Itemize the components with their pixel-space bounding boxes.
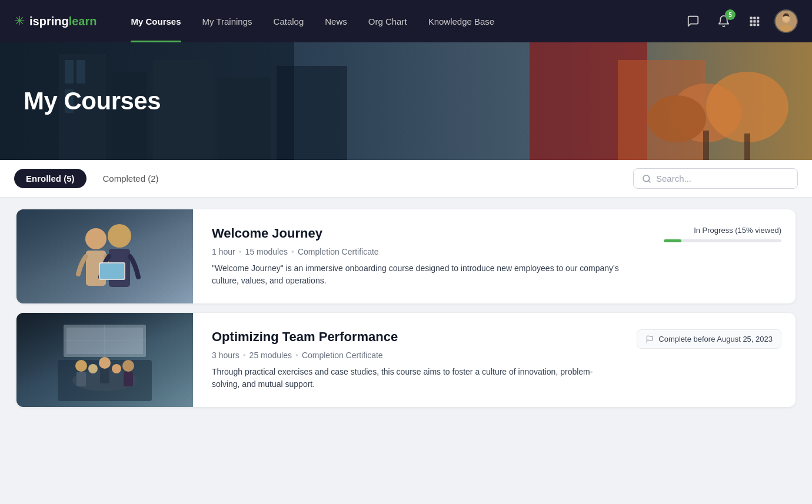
status-label-1: In Progress (15% viewed) [694,226,781,235]
course-body-2: Optimizing Team Performance 3 hours • 25… [193,313,627,407]
hero-title: My Courses [24,87,161,115]
search-icon [642,174,651,183]
course-meta-1: 1 hour • 15 modules • Completion Certifi… [212,247,635,256]
svg-rect-38 [100,263,124,279]
svg-rect-29 [744,133,750,160]
notifications-badge: 5 [725,9,736,20]
avatar-image [776,11,797,32]
course-body-1: Welcome Journey 1 hour • 15 modules • Co… [193,209,654,303]
tab-enrolled[interactable]: Enrolled (5) [14,169,86,188]
nav-item-org-chart[interactable]: Org Chart [358,0,418,42]
svg-rect-44 [100,369,109,383]
course-meta-2: 3 hours • 25 modules • Completion Certif… [212,351,608,360]
progress-bar-track-1 [664,239,781,242]
tabs-group: Enrolled (5) Completed (2) [14,169,633,188]
tabs-bar: Enrolled (5) Completed (2) [0,160,812,198]
search-box[interactable] [633,168,798,189]
svg-rect-2 [757,17,759,19]
course-desc-1: "Welcome Journey" is an immersive onboar… [212,262,624,287]
logo-icon: ✳ [14,14,25,29]
nav-item-my-trainings[interactable]: My Trainings [192,0,263,42]
svg-rect-46 [124,372,133,386]
svg-rect-28 [703,131,709,160]
svg-rect-1 [753,17,756,19]
nav-item-news[interactable]: News [314,0,358,42]
nav-item-knowledge-base[interactable]: Knowledge Base [418,0,505,42]
svg-rect-42 [76,372,86,386]
hero-banner: My Courses [0,42,812,160]
courses-list: Welcome Journey 1 hour • 15 modules • Co… [14,209,798,407]
svg-point-45 [122,360,134,372]
svg-point-48 [112,364,121,373]
svg-rect-4 [753,20,756,22]
svg-rect-8 [757,24,759,26]
svg-point-47 [88,364,98,373]
course-title-1: Welcome Journey [212,226,635,241]
svg-rect-0 [750,17,753,19]
svg-point-35 [108,224,131,248]
deadline-text: Complete before August 25, 2023 [658,335,773,343]
nav-item-catalog[interactable]: Catalog [263,0,315,42]
svg-rect-5 [757,20,759,22]
avatar[interactable] [774,9,798,33]
svg-point-41 [75,360,87,372]
logo[interactable]: ✳ ispringlearn [14,14,96,29]
svg-rect-3 [750,20,753,22]
flag-icon [645,335,654,343]
course-status-2: Complete before August 25, 2023 [627,313,796,407]
grid-button[interactable] [744,11,765,32]
header: ✳ ispringlearn My Courses My Trainings C… [0,0,812,42]
course-desc-2: Through practical exercises and case stu… [212,366,608,390]
notifications-button[interactable]: 5 [713,11,734,32]
svg-rect-7 [753,24,756,26]
main-nav: My Courses My Trainings Catalog News Org… [120,0,683,42]
svg-point-33 [85,228,107,249]
progress-bar-fill-1 [664,239,681,242]
course-status-1: In Progress (15% viewed) [654,209,796,303]
svg-point-27 [647,95,706,142]
course-card-welcome-journey[interactable]: Welcome Journey 1 hour • 15 modules • Co… [16,209,796,303]
header-actions: 5 [683,9,798,33]
tab-completed[interactable]: Completed (2) [91,169,171,188]
search-input[interactable] [656,173,789,183]
svg-point-26 [706,72,788,142]
chat-button[interactable] [683,11,704,32]
svg-rect-6 [750,24,753,26]
logo-text: ispringlearn [29,15,96,28]
deadline-badge: Complete before August 25, 2023 [637,329,781,349]
course-thumbnail-1 [16,209,193,303]
course-card-optimizing-team[interactable]: Optimizing Team Performance 3 hours • 25… [16,313,796,407]
content-area: Welcome Journey 1 hour • 15 modules • Co… [0,209,812,421]
svg-point-43 [99,357,111,369]
course-thumbnail-2 [16,313,193,407]
nav-item-my-courses[interactable]: My Courses [120,0,191,42]
svg-line-32 [648,181,650,182]
course-title-2: Optimizing Team Performance [212,329,608,345]
